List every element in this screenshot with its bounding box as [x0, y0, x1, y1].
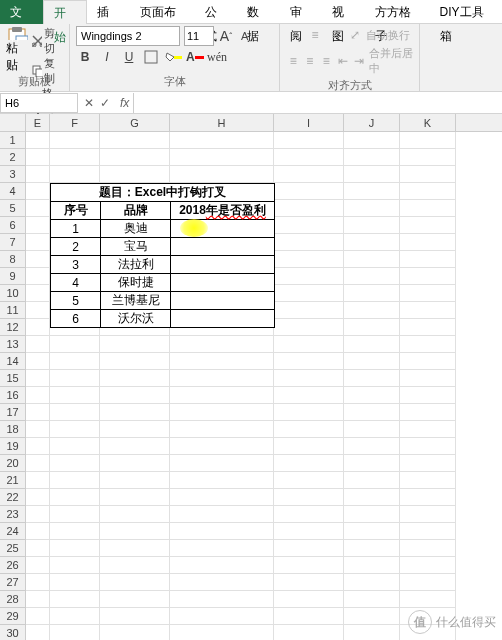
- cell[interactable]: [100, 523, 170, 540]
- cell[interactable]: [100, 608, 170, 625]
- cell[interactable]: [400, 251, 456, 268]
- align-left-button[interactable]: ≡: [286, 52, 301, 70]
- cell[interactable]: [344, 200, 400, 217]
- cell[interactable]: [344, 472, 400, 489]
- cell[interactable]: [170, 523, 274, 540]
- cell[interactable]: [344, 285, 400, 302]
- cell[interactable]: [26, 166, 50, 183]
- cell[interactable]: [274, 336, 344, 353]
- cell[interactable]: [274, 217, 344, 234]
- col-header[interactable]: J: [344, 114, 400, 131]
- row-header[interactable]: 11: [0, 302, 26, 319]
- cell[interactable]: [400, 149, 456, 166]
- cell[interactable]: [26, 183, 50, 200]
- row-header[interactable]: 25: [0, 540, 26, 557]
- cell[interactable]: [400, 557, 456, 574]
- cell[interactable]: [26, 506, 50, 523]
- cell[interactable]: [274, 149, 344, 166]
- cell[interactable]: [400, 285, 456, 302]
- row-header[interactable]: 16: [0, 387, 26, 404]
- cell[interactable]: [50, 438, 100, 455]
- decrease-font-button[interactable]: Aˇ: [238, 27, 254, 45]
- cell[interactable]: [26, 557, 50, 574]
- col-header[interactable]: K: [400, 114, 456, 131]
- cell[interactable]: [50, 608, 100, 625]
- cell[interactable]: [50, 370, 100, 387]
- cell[interactable]: [50, 489, 100, 506]
- table-header-brand[interactable]: 品牌: [101, 202, 171, 220]
- row-header[interactable]: 2: [0, 149, 26, 166]
- fill-color-button[interactable]: [164, 48, 182, 66]
- cell[interactable]: [50, 472, 100, 489]
- table-cell[interactable]: 3: [51, 256, 101, 274]
- cell[interactable]: [26, 302, 50, 319]
- cell[interactable]: [274, 200, 344, 217]
- tab-home[interactable]: 开始: [43, 0, 88, 24]
- cell[interactable]: [274, 608, 344, 625]
- cell[interactable]: [344, 370, 400, 387]
- tab-file[interactable]: 文件: [0, 0, 43, 24]
- row-header[interactable]: 30: [0, 625, 26, 640]
- cancel-formula-icon[interactable]: ✕: [84, 96, 94, 110]
- cell[interactable]: [170, 336, 274, 353]
- cell[interactable]: [400, 217, 456, 234]
- cell[interactable]: [26, 353, 50, 370]
- cell[interactable]: [100, 353, 170, 370]
- tab-data[interactable]: 数据: [237, 0, 280, 24]
- border-button[interactable]: [142, 48, 160, 66]
- cell[interactable]: [100, 506, 170, 523]
- tab-formulas[interactable]: 公式: [195, 0, 238, 24]
- confirm-formula-icon[interactable]: ✓: [100, 96, 110, 110]
- cell[interactable]: [26, 438, 50, 455]
- cell[interactable]: [100, 591, 170, 608]
- cell[interactable]: [344, 506, 400, 523]
- cell[interactable]: [344, 268, 400, 285]
- cell[interactable]: [274, 557, 344, 574]
- cell[interactable]: [344, 489, 400, 506]
- cell[interactable]: [344, 608, 400, 625]
- cell[interactable]: [344, 404, 400, 421]
- cell[interactable]: [50, 625, 100, 640]
- align-right-button[interactable]: ≡: [319, 52, 334, 70]
- cell[interactable]: [274, 489, 344, 506]
- cut-button[interactable]: 剪切: [32, 26, 63, 56]
- paste-button[interactable]: 粘贴: [6, 26, 28, 74]
- cell[interactable]: [400, 438, 456, 455]
- cell[interactable]: [170, 438, 274, 455]
- font-color-button[interactable]: A: [186, 48, 204, 66]
- tab-fanggezi[interactable]: 方方格子: [365, 0, 430, 24]
- tab-view[interactable]: 视图: [322, 0, 365, 24]
- cell[interactable]: [26, 574, 50, 591]
- cell[interactable]: [274, 574, 344, 591]
- cell[interactable]: [170, 608, 274, 625]
- row-header[interactable]: 5: [0, 200, 26, 217]
- cell[interactable]: [26, 370, 50, 387]
- font-name-select[interactable]: [76, 26, 180, 46]
- table-cell[interactable]: 保时捷: [101, 274, 171, 292]
- increase-font-button[interactable]: Aˆ: [218, 27, 234, 45]
- cell[interactable]: [26, 591, 50, 608]
- cell[interactable]: [344, 540, 400, 557]
- row-header[interactable]: 24: [0, 523, 26, 540]
- cell[interactable]: [344, 234, 400, 251]
- row-header[interactable]: 19: [0, 438, 26, 455]
- cell[interactable]: [400, 472, 456, 489]
- table-cell[interactable]: 兰博基尼: [101, 292, 171, 310]
- cell[interactable]: [400, 387, 456, 404]
- cell[interactable]: [274, 268, 344, 285]
- cell[interactable]: [100, 557, 170, 574]
- row-header[interactable]: 28: [0, 591, 26, 608]
- cell[interactable]: [400, 574, 456, 591]
- cell[interactable]: [400, 132, 456, 149]
- table-cell[interactable]: 沃尔沃: [101, 310, 171, 328]
- cell[interactable]: [100, 404, 170, 421]
- cell[interactable]: [274, 404, 344, 421]
- italic-button[interactable]: I: [98, 48, 116, 66]
- cell[interactable]: [400, 455, 456, 472]
- cell[interactable]: [26, 608, 50, 625]
- cell[interactable]: [26, 472, 50, 489]
- cell[interactable]: [400, 200, 456, 217]
- row-header[interactable]: 13: [0, 336, 26, 353]
- row-header[interactable]: 27: [0, 574, 26, 591]
- cell[interactable]: [50, 455, 100, 472]
